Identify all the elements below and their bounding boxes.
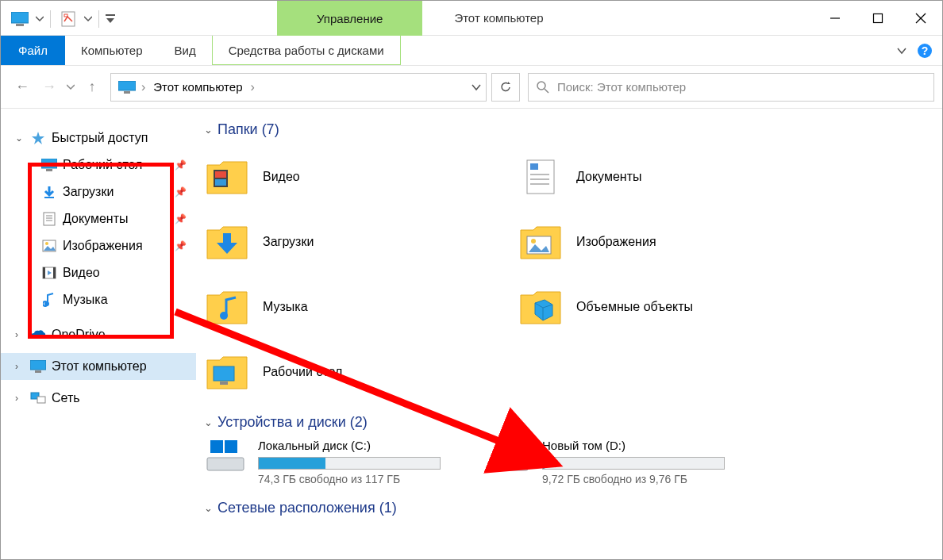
- folder-downloads[interactable]: Загрузки: [204, 211, 510, 273]
- chevron-down-icon[interactable]: [896, 45, 907, 56]
- folder-label: Документы: [576, 170, 641, 184]
- chevron-down-icon[interactable]: [472, 82, 481, 92]
- folder-documents[interactable]: Документы: [518, 146, 823, 208]
- music-icon: [40, 291, 58, 309]
- sidebar-item-downloads[interactable]: Загрузки📌: [29, 178, 196, 205]
- drive-c[interactable]: Локальный диск (C:) 74,3 ГБ свободно из …: [204, 439, 441, 485]
- sidebar-item-label: Рабочий стол: [63, 158, 142, 172]
- chevron-down-icon[interactable]: [36, 15, 44, 23]
- drive-free-space: 9,72 ГБ свободно из 9,76 ГБ: [542, 473, 725, 485]
- folder-label: Загрузки: [263, 235, 314, 249]
- monitor-icon: [116, 79, 138, 95]
- svg-rect-47: [225, 440, 237, 453]
- search-placeholder: Поиск: Этот компьютер: [557, 80, 686, 94]
- svg-text:?: ?: [922, 44, 929, 57]
- svg-rect-43: [214, 366, 234, 381]
- sidebar-item-desktop[interactable]: Рабочий стол📌: [29, 152, 196, 178]
- svg-point-51: [522, 462, 525, 466]
- ribbon-contextual-tab: Управление: [277, 1, 422, 36]
- sidebar-item-label: Этот компьютер: [52, 359, 147, 374]
- sidebar-quick-access[interactable]: ⌄ Быстрый доступ: [1, 125, 196, 152]
- drive-d[interactable]: Новый том (D:) 9,72 ГБ свободно из 9,76 …: [488, 439, 725, 485]
- folder-label: Музыка: [263, 300, 308, 314]
- qat-dropdown-icon[interactable]: [106, 14, 115, 24]
- tab-computer[interactable]: Компьютер: [65, 36, 159, 65]
- tab-file[interactable]: Файл: [1, 36, 65, 65]
- refresh-button[interactable]: [491, 73, 520, 102]
- sidebar-item-label: Сеть: [52, 391, 80, 405]
- section-drives-header[interactable]: ⌄Устройства и диски (2): [204, 414, 934, 431]
- svg-point-23: [45, 242, 48, 245]
- address-bar[interactable]: › Этот компьютер ›: [110, 73, 487, 102]
- app-icon[interactable]: [9, 8, 31, 30]
- sidebar-item-pictures[interactable]: Изображения📌: [29, 232, 196, 259]
- monitor-icon: [40, 156, 58, 174]
- ribbon-contextual-label: Управление: [317, 12, 383, 25]
- folder-videos[interactable]: Видео: [204, 146, 510, 208]
- cloud-icon: [29, 326, 47, 343]
- sidebar-item-label: Документы: [63, 212, 128, 226]
- svg-rect-49: [217, 440, 223, 446]
- navigation-pane: ⌄ Быстрый доступ Рабочий стол📌 Загрузки📌…: [1, 109, 196, 560]
- chevron-down-icon: ⌄: [204, 502, 213, 514]
- svg-rect-15: [41, 159, 57, 168]
- properties-icon[interactable]: [57, 8, 79, 30]
- svg-rect-16: [46, 169, 52, 171]
- folder-pictures[interactable]: Изображения: [518, 211, 823, 273]
- window-title: Этот компьютер: [422, 1, 814, 35]
- content-pane: ⌄Папки (7) Видео Документы Загрузки Изоб…: [196, 109, 942, 560]
- tab-view[interactable]: Вид: [159, 36, 212, 65]
- sidebar-item-label: OneDrive: [52, 328, 106, 342]
- folder-desktop[interactable]: Рабочий стол: [204, 341, 510, 403]
- minimize-button[interactable]: [814, 1, 856, 36]
- svg-rect-44: [220, 382, 228, 385]
- svg-rect-36: [530, 163, 538, 170]
- network-icon: [29, 389, 47, 407]
- sidebar-item-label: Загрузки: [63, 185, 114, 199]
- close-button[interactable]: [899, 1, 942, 36]
- forward-button[interactable]: →: [36, 74, 63, 101]
- svg-rect-33: [215, 171, 226, 178]
- location-bar: ← → ↑ › Этот компьютер › Поиск: Этот ком…: [1, 66, 942, 109]
- recent-dropdown[interactable]: [63, 74, 79, 101]
- video-icon: [40, 264, 58, 282]
- svg-point-41: [531, 239, 536, 244]
- pin-icon: 📌: [175, 159, 187, 171]
- chevron-right-icon: ›: [15, 361, 25, 372]
- svg-rect-25: [43, 267, 45, 278]
- up-button[interactable]: ↑: [79, 74, 106, 101]
- sidebar-onedrive[interactable]: ›OneDrive: [1, 321, 196, 348]
- breadcrumb-location[interactable]: Этот компьютер: [148, 80, 247, 94]
- svg-line-14: [545, 89, 548, 93]
- drive-icon: [488, 439, 531, 474]
- section-folders-header[interactable]: ⌄Папки (7): [204, 121, 934, 138]
- pin-icon: 📌: [175, 240, 187, 251]
- chevron-down-icon: ⌄: [204, 416, 213, 428]
- search-input[interactable]: Поиск: Этот компьютер: [528, 73, 934, 102]
- folder-music[interactable]: Музыка: [204, 276, 510, 338]
- ribbon: Файл Компьютер Вид Средства работы с дис…: [1, 36, 942, 66]
- sidebar-item-videos[interactable]: Видео: [29, 259, 196, 286]
- maximize-button[interactable]: [856, 1, 899, 36]
- section-netloc-header[interactable]: ⌄Сетевые расположения (1): [204, 500, 934, 516]
- title-bar: Управление Этот компьютер: [1, 1, 942, 36]
- folder-3d[interactable]: Объемные объекты: [518, 276, 823, 338]
- quick-access-toolbar: [1, 1, 121, 35]
- tab-disk-tools[interactable]: Средства работы с дисками: [212, 36, 401, 65]
- sidebar-item-music[interactable]: Музыка: [29, 286, 196, 313]
- svg-rect-28: [30, 360, 46, 370]
- chevron-down-icon: ⌄: [204, 124, 213, 136]
- svg-rect-29: [35, 370, 41, 373]
- sidebar-this-pc[interactable]: ›Этот компьютер: [1, 353, 196, 380]
- chevron-right-icon: ›: [15, 393, 25, 404]
- pin-icon: 📌: [175, 213, 187, 224]
- chevron-down-icon[interactable]: [84, 15, 92, 23]
- help-icon[interactable]: ?: [917, 43, 933, 59]
- svg-rect-1: [16, 24, 24, 26]
- svg-rect-45: [207, 458, 244, 470]
- svg-rect-2: [62, 12, 75, 26]
- chevron-down-icon: ⌄: [15, 132, 25, 144]
- back-button[interactable]: ←: [9, 74, 36, 101]
- sidebar-network[interactable]: ›Сеть: [1, 385, 196, 412]
- sidebar-item-documents[interactable]: Документы📌: [29, 205, 196, 232]
